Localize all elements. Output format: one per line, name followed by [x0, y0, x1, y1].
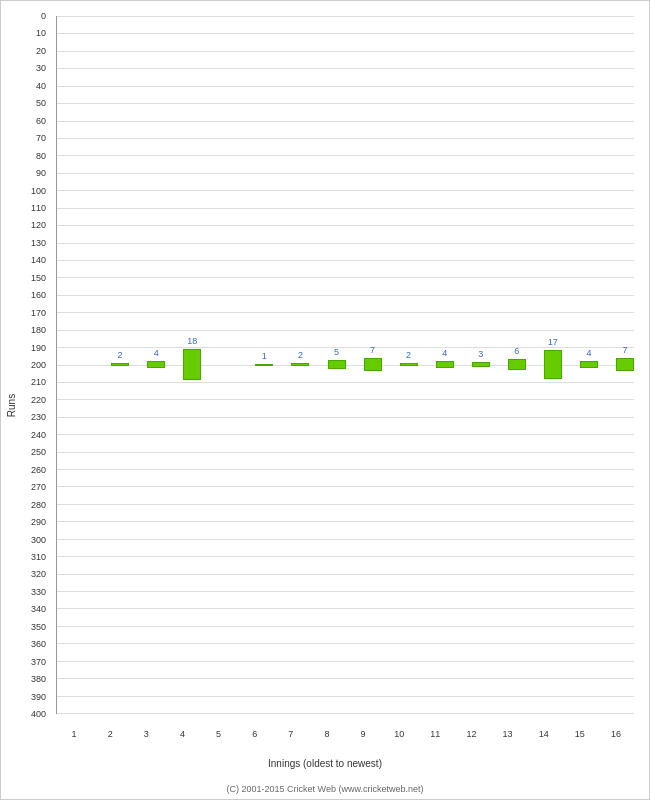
chart-area: 2418125724361747: [56, 16, 634, 714]
y-axis-label: 40: [36, 81, 46, 91]
y-axis-label: 370: [31, 657, 46, 667]
x-axis-title: Innings (oldest to newest): [1, 758, 649, 769]
y-axis-label: 270: [31, 482, 46, 492]
x-axis-label: 9: [361, 729, 366, 739]
bar-column: [201, 16, 237, 713]
y-axis-label: 220: [31, 395, 46, 405]
x-axis-label: 1: [72, 729, 77, 739]
y-axis-labels: 0102030405060708090100110120130140150160…: [1, 16, 51, 714]
x-axis-label: 11: [430, 729, 440, 739]
y-axis-label: 290: [31, 517, 46, 527]
bar-column: 1: [237, 16, 273, 713]
bar-column: 6: [490, 16, 526, 713]
y-axis-label: 350: [31, 622, 46, 632]
y-axis-label: 70: [36, 133, 46, 143]
y-axis-label: 110: [31, 203, 46, 213]
y-axis-label: 50: [36, 98, 46, 108]
x-axis-label: 4: [180, 729, 185, 739]
grid-line: [57, 713, 634, 714]
bar-column: 7: [346, 16, 382, 713]
bar-column: 4: [129, 16, 165, 713]
bar: 2: [111, 363, 129, 366]
y-axis-label: 30: [36, 63, 46, 73]
x-axis-label: 16: [611, 729, 621, 739]
y-axis-label: 230: [31, 412, 46, 422]
y-axis-label: 160: [31, 290, 46, 300]
bar: 3: [472, 362, 490, 367]
bar: 2: [291, 363, 309, 366]
bar: 6: [508, 359, 526, 369]
bar: 4: [436, 361, 454, 368]
y-axis-label: 130: [31, 238, 46, 248]
bar-column: 2: [93, 16, 129, 713]
bar-column: 18: [165, 16, 201, 713]
bar-column: 17: [526, 16, 562, 713]
x-axis-label: 15: [575, 729, 585, 739]
y-axis-label: 80: [36, 151, 46, 161]
y-axis-label: 140: [31, 255, 46, 265]
y-axis-label: 10: [36, 28, 46, 38]
x-axis-label: 8: [324, 729, 329, 739]
x-axis-label: 10: [394, 729, 404, 739]
bar: 17: [544, 350, 562, 380]
x-axis-label: 14: [539, 729, 549, 739]
bar: 5: [328, 360, 346, 369]
bar: 2: [400, 363, 418, 366]
bar-value-label: 7: [610, 345, 640, 355]
x-axis-label: 12: [466, 729, 476, 739]
bar-column: [57, 16, 93, 713]
y-axis-label: 0: [41, 11, 46, 21]
bar-column: 4: [418, 16, 454, 713]
bar: 7: [364, 358, 382, 370]
x-axis-label: 3: [144, 729, 149, 739]
x-axis-label: 6: [252, 729, 257, 739]
y-axis-label: 100: [31, 186, 46, 196]
y-axis-label: 340: [31, 604, 46, 614]
y-axis-label: 60: [36, 116, 46, 126]
bar: 7: [616, 358, 634, 370]
y-axis-label: 380: [31, 674, 46, 684]
copyright: (C) 2001-2015 Cricket Web (www.cricketwe…: [1, 784, 649, 794]
y-axis-label: 200: [31, 360, 46, 370]
y-axis-label: 330: [31, 587, 46, 597]
y-axis-label: 300: [31, 535, 46, 545]
y-axis-label: 210: [31, 377, 46, 387]
bar: 4: [147, 361, 165, 368]
bar-column: 3: [454, 16, 490, 713]
bar-column: 2: [382, 16, 418, 713]
bar: 4: [580, 361, 598, 368]
bar: 1: [255, 364, 273, 366]
bar: 18: [183, 349, 201, 380]
bar-column: 2: [273, 16, 309, 713]
y-axis-label: 120: [31, 220, 46, 230]
y-axis-label: 240: [31, 430, 46, 440]
y-axis-label: 360: [31, 639, 46, 649]
bar-column: 4: [562, 16, 598, 713]
x-axis-label: 5: [216, 729, 221, 739]
y-axis-label: 390: [31, 692, 46, 702]
bar-column: 7: [598, 16, 634, 713]
bar-column: 5: [309, 16, 345, 713]
y-axis-label: 320: [31, 569, 46, 579]
y-axis-label: 250: [31, 447, 46, 457]
chart-container: Runs 01020304050607080901001101201301401…: [0, 0, 650, 800]
x-axis-label: 2: [108, 729, 113, 739]
y-axis-label: 400: [31, 709, 46, 719]
y-axis-label: 190: [31, 343, 46, 353]
y-axis-label: 90: [36, 168, 46, 178]
y-axis-label: 170: [31, 308, 46, 318]
y-axis-label: 310: [31, 552, 46, 562]
x-axis-label: 13: [503, 729, 513, 739]
y-axis-label: 20: [36, 46, 46, 56]
y-axis-label: 260: [31, 465, 46, 475]
y-axis-label: 150: [31, 273, 46, 283]
y-axis-label: 180: [31, 325, 46, 335]
x-axis-labels: 12345678910111213141516: [56, 729, 634, 744]
x-axis-label: 7: [288, 729, 293, 739]
y-axis-label: 280: [31, 500, 46, 510]
